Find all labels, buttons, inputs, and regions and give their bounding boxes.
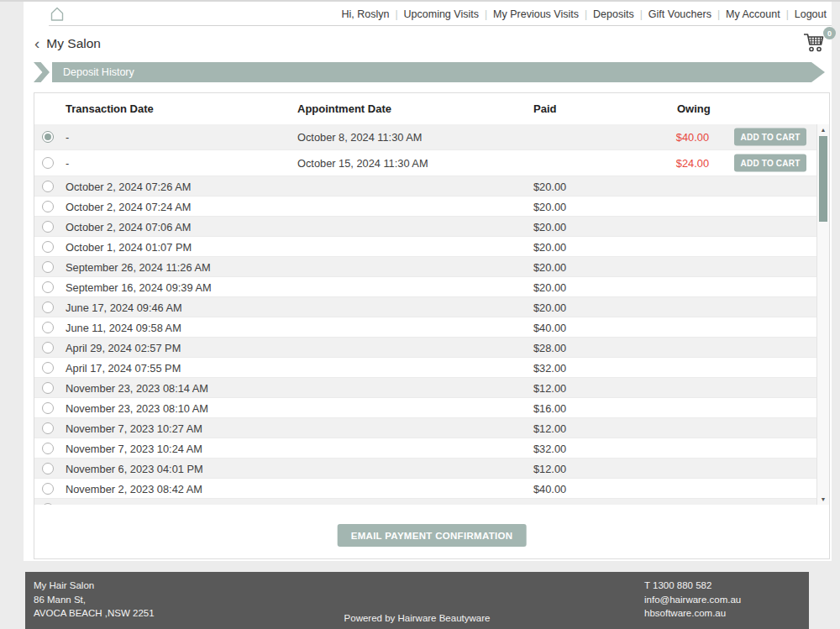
footer: My Hair Salon 86 Mann St, AVOCA BEACH ,N… xyxy=(25,572,809,629)
transaction-date: September 26, 2024 11:26 AM xyxy=(66,260,211,273)
transaction-date: November 6, 2023 04:01 PM xyxy=(66,462,203,474)
appointment-date: October 15, 2024 11:30 AM xyxy=(297,157,428,170)
scrollbar-thumb[interactable] xyxy=(819,136,827,222)
back-chevron-icon[interactable]: ‹ xyxy=(34,35,39,51)
nav-separator: | xyxy=(786,8,789,20)
row-radio[interactable] xyxy=(42,463,54,474)
footer-address-line1: 86 Mann St, xyxy=(34,593,155,607)
nav-my-previous-visits[interactable]: My Previous Visits xyxy=(493,8,579,20)
transaction-date: November 2, 2023 08:24 AM xyxy=(66,502,202,505)
table-row: November 2, 2023 08:24 AM$40.00 xyxy=(34,499,829,505)
transaction-date: October 2, 2024 07:26 AM xyxy=(66,180,191,192)
row-radio[interactable] xyxy=(42,362,54,374)
paid-amount: $12.00 xyxy=(533,422,566,434)
row-radio[interactable] xyxy=(42,281,54,293)
transaction-date: April 29, 2024 02:57 PM xyxy=(66,341,181,354)
table-body: -October 8, 2024 11:30 AM$40.00ADD TO CA… xyxy=(34,124,829,505)
transaction-date: October 2, 2024 07:24 AM xyxy=(66,200,191,212)
row-radio[interactable] xyxy=(42,322,54,333)
cart-button[interactable]: 0 xyxy=(801,29,835,60)
nav-separator: | xyxy=(585,8,587,20)
topbar-nav: Hi, Roslyn|Upcoming Visits|My Previous V… xyxy=(341,2,827,26)
owing-amount: $24.00 xyxy=(622,157,709,170)
row-radio[interactable] xyxy=(42,301,54,313)
paid-amount: $20.00 xyxy=(533,240,566,253)
transaction-date: April 17, 2024 07:55 PM xyxy=(66,361,181,374)
scrollbar-down-arrow-icon[interactable]: ▼ xyxy=(817,494,829,505)
table-row: November 2, 2023 08:42 AM$40.00 xyxy=(34,479,829,499)
table-row: -October 8, 2024 11:30 AM$40.00ADD TO CA… xyxy=(34,124,829,150)
table-header-row: Transaction Date Appointment Date Paid O… xyxy=(34,93,829,124)
table-row: September 26, 2024 11:26 AM$20.00 xyxy=(34,257,829,277)
footer-phone: T 1300 880 582 xyxy=(644,579,741,593)
row-radio[interactable] xyxy=(42,422,54,434)
table-row: November 7, 2023 10:27 AM$12.00 xyxy=(34,418,829,438)
nav-gift-vouchers[interactable]: Gift Vouchers xyxy=(648,8,711,20)
add-to-cart-button[interactable]: ADD TO CART xyxy=(734,155,806,172)
transaction-date: - xyxy=(66,157,69,170)
transaction-date: November 2, 2023 08:42 AM xyxy=(66,482,202,495)
nav-deposits[interactable]: Deposits xyxy=(593,8,634,20)
paid-amount: $20.00 xyxy=(533,260,566,273)
transaction-date: - xyxy=(66,131,69,144)
nav-logout[interactable]: Logout xyxy=(795,8,827,20)
home-icon[interactable] xyxy=(48,5,66,24)
footer-powered-by: Powered by Hairware Beautyware xyxy=(25,613,809,623)
table-row: April 17, 2024 07:55 PM$32.00 xyxy=(34,358,829,378)
row-radio[interactable] xyxy=(42,221,54,233)
nav-my-account[interactable]: My Account xyxy=(726,8,780,20)
footer-salon-name: My Hair Salon xyxy=(34,579,155,593)
transaction-date: June 17, 2024 09:46 AM xyxy=(66,301,182,313)
row-radio[interactable] xyxy=(42,261,54,273)
nav-separator: | xyxy=(395,8,397,20)
paid-amount: $28.00 xyxy=(533,341,566,354)
add-to-cart-button[interactable]: ADD TO CART xyxy=(734,128,806,146)
table-row: September 16, 2024 09:39 AM$20.00 xyxy=(34,277,829,297)
main-content: Hi, Roslyn|Upcoming Visits|My Previous V… xyxy=(24,2,832,561)
table-row: October 2, 2024 07:26 AM$20.00 xyxy=(34,176,829,197)
row-radio[interactable] xyxy=(42,503,54,506)
nav-upcoming-visits[interactable]: Upcoming Visits xyxy=(404,8,479,20)
transaction-date: October 2, 2024 07:06 AM xyxy=(66,220,191,233)
paid-amount: $20.00 xyxy=(533,280,566,293)
header-transaction-date: Transaction Date xyxy=(66,102,154,115)
row-radio[interactable] xyxy=(42,443,54,454)
breadcrumb: ‹ My Salon xyxy=(34,35,101,51)
transaction-date: November 7, 2023 10:27 AM xyxy=(66,422,202,434)
scrollbar-up-arrow-icon[interactable]: ▲ xyxy=(817,124,829,135)
row-radio[interactable] xyxy=(42,241,54,253)
table-row: October 2, 2024 07:06 AM$20.00 xyxy=(34,217,829,237)
paid-amount: $20.00 xyxy=(533,301,566,313)
row-radio[interactable] xyxy=(42,483,54,495)
transaction-date: November 23, 2023 08:10 AM xyxy=(66,401,208,414)
paid-amount: $40.00 xyxy=(533,321,566,333)
table-row: October 2, 2024 07:24 AM$20.00 xyxy=(34,197,829,217)
header-appointment-date: Appointment Date xyxy=(297,102,391,115)
row-radio[interactable] xyxy=(42,131,54,143)
table-scrollbar[interactable]: ▲ ▼ xyxy=(816,124,829,505)
row-radio[interactable] xyxy=(42,157,54,169)
table-row: November 7, 2023 10:24 AM$32.00 xyxy=(34,438,829,459)
banner-title: Deposit History xyxy=(52,62,825,82)
paid-amount: $32.00 xyxy=(533,361,566,374)
paid-amount: $12.00 xyxy=(533,381,566,394)
page-title: My Salon xyxy=(46,36,101,51)
nav-separator: | xyxy=(717,8,720,20)
transaction-date: November 23, 2023 08:14 AM xyxy=(66,381,208,394)
row-radio[interactable] xyxy=(42,201,54,212)
table-row: November 23, 2023 08:14 AM$12.00 xyxy=(34,378,829,398)
owing-amount: $40.00 xyxy=(622,131,709,144)
row-radio[interactable] xyxy=(42,402,54,414)
footer-email[interactable]: info@hairware.com.au xyxy=(644,593,741,607)
row-radio[interactable] xyxy=(42,382,54,394)
paid-amount: $12.00 xyxy=(533,462,566,474)
row-radio[interactable] xyxy=(42,342,54,354)
cart-count-badge: 0 xyxy=(823,27,836,39)
table-row: June 17, 2024 09:46 AM$20.00 xyxy=(34,297,829,317)
header-paid: Paid xyxy=(533,102,556,115)
email-payment-confirmation-button[interactable]: EMAIL PAYMENT CONFIRMATION xyxy=(338,524,527,547)
table-row: June 11, 2024 09:58 AM$40.00 xyxy=(34,317,829,338)
table-row: -October 15, 2024 11:30 AM$24.00ADD TO C… xyxy=(34,150,829,176)
row-radio[interactable] xyxy=(42,181,54,192)
paid-amount: $32.00 xyxy=(533,442,566,454)
